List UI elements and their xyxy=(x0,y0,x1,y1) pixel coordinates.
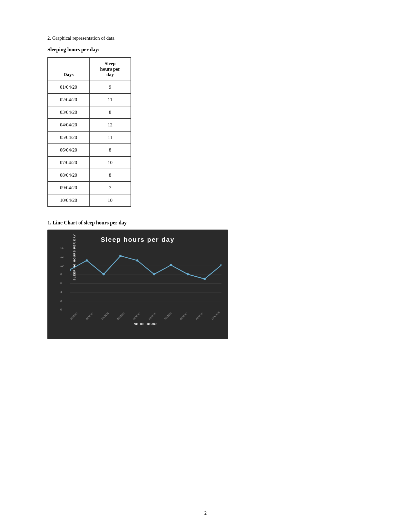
chart-title: Sleep hours per day xyxy=(54,236,221,243)
cell-hours: 11 xyxy=(89,131,131,144)
cell-day: 03/04/20 xyxy=(48,106,89,119)
table-row: 03/04/208 xyxy=(48,106,131,119)
y-tick-label: 6 xyxy=(60,282,64,285)
y-tick-label: 0 xyxy=(60,308,64,311)
x-tick-label: 7/1/2020 xyxy=(163,312,172,320)
cell-day: 09/04/20 xyxy=(48,182,89,194)
x-tick-label: 3/1/2020 xyxy=(101,312,109,320)
x-tick-label: 1/1/2020 xyxy=(69,312,78,320)
x-tick-label: 5/1/2020 xyxy=(132,312,141,320)
cell-day: 07/04/20 xyxy=(48,156,89,169)
svg-point-16 xyxy=(203,278,206,280)
page: 2. Graphical representation of data Slee… xyxy=(0,0,411,532)
cell-hours: 12 xyxy=(89,119,131,131)
x-tick-label: 2/1/2020 xyxy=(85,312,94,320)
table-row: 10/04/2010 xyxy=(48,194,131,207)
svg-point-9 xyxy=(86,259,88,261)
col-days-header: Days xyxy=(48,57,89,81)
cell-hours: 7 xyxy=(89,182,131,194)
chart-inner: SLEEPING HOURS PER DAY 02468101214 1/1/2… xyxy=(70,247,221,311)
cell-day: 08/04/20 xyxy=(48,169,89,182)
y-tick-labels: 02468101214 xyxy=(60,247,64,311)
cell-hours: 8 xyxy=(89,144,131,156)
x-tick-label: 10/1/2020 xyxy=(211,311,220,320)
cell-hours: 10 xyxy=(89,156,131,169)
svg-point-10 xyxy=(103,273,105,275)
cell-day: 02/04/20 xyxy=(48,94,89,106)
y-tick-label: 8 xyxy=(60,273,64,276)
cell-hours: 9 xyxy=(89,81,131,94)
chart-label-bold: . Line Chart of sleep hours per day xyxy=(50,220,127,225)
y-tick-label: 12 xyxy=(60,255,64,258)
table-row: 02/04/2011 xyxy=(48,94,131,106)
y-tick-label: 14 xyxy=(60,247,64,250)
table-row: 04/04/2012 xyxy=(48,119,131,131)
cell-hours: 10 xyxy=(89,194,131,207)
svg-point-15 xyxy=(187,273,189,275)
page-number: 2 xyxy=(204,510,207,516)
sub-heading: Sleeping hours per day: xyxy=(47,47,364,53)
x-tick-label: 4/1/2020 xyxy=(116,312,125,320)
cell-day: 01/04/20 xyxy=(48,81,89,94)
cell-day: 10/04/20 xyxy=(48,194,89,207)
cell-hours: 8 xyxy=(89,169,131,182)
y-tick-label: 10 xyxy=(60,264,64,267)
table-row: 06/04/208 xyxy=(48,144,131,156)
table-row: 01/04/209 xyxy=(48,81,131,94)
section-heading: 2. Graphical representation of data xyxy=(47,35,364,41)
data-table: Days Sleep hours per day 01/04/20902/04/… xyxy=(47,57,131,207)
col-sleep-header: Sleep hours per day xyxy=(89,57,131,81)
x-axis-label: NO OF HOURS xyxy=(134,322,158,326)
svg-point-13 xyxy=(153,273,155,275)
cell-day: 06/04/20 xyxy=(48,144,89,156)
y-tick-label: 4 xyxy=(60,291,64,293)
svg-point-12 xyxy=(136,259,138,261)
table-row: 09/04/207 xyxy=(48,182,131,194)
x-tick-label: 9/1/2020 xyxy=(195,312,204,320)
table-row: 07/04/2010 xyxy=(48,156,131,169)
x-tick-label: 8/1/2020 xyxy=(179,312,188,320)
cell-day: 05/04/20 xyxy=(48,131,89,144)
table-row: 08/04/208 xyxy=(48,169,131,182)
cell-day: 04/04/20 xyxy=(48,119,89,131)
x-tick-labels: 1/1/20202/1/20203/1/20204/1/20205/1/2020… xyxy=(70,319,221,321)
chart-svg xyxy=(70,247,221,311)
cell-hours: 11 xyxy=(89,94,131,106)
chart-container: Sleep hours per day SLEEPING HOURS PER D… xyxy=(47,230,228,339)
x-tick-label: 6/1/2020 xyxy=(148,312,157,320)
svg-point-14 xyxy=(170,264,172,266)
cell-hours: 8 xyxy=(89,106,131,119)
svg-point-11 xyxy=(119,255,122,257)
chart-label: 1. Line Chart of sleep hours per day xyxy=(47,220,364,226)
y-tick-label: 2 xyxy=(60,300,64,302)
table-row: 05/04/2011 xyxy=(48,131,131,144)
